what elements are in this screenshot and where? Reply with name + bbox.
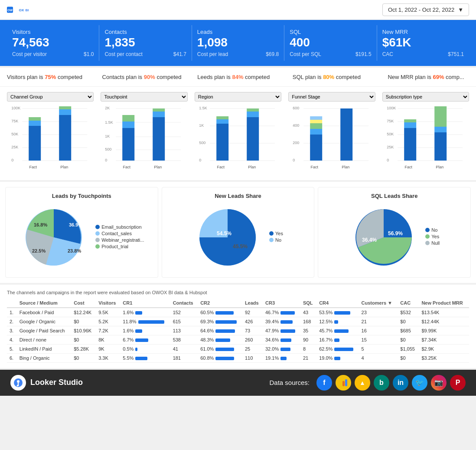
row-cr4: 12.5% — [316, 317, 359, 326]
row-contacts: 538 — [170, 335, 198, 344]
row-cr4: 45.7% — [316, 326, 359, 335]
svg-text:100K: 100K — [387, 106, 396, 110]
svg-text:36.9%: 36.9% — [69, 222, 82, 227]
legend-contact: Contact_sales — [101, 231, 132, 236]
table-row: 3. Google / Paid Search $10.96K 7.2K 1.6… — [7, 326, 469, 335]
table-note: The channels and campaigns in the report… — [7, 290, 469, 295]
linkedin-icon[interactable]: in — [393, 375, 408, 391]
svg-text:600: 600 — [293, 106, 299, 110]
kpi-contacts-label: Contacts — [104, 29, 186, 35]
cr4-bar — [334, 348, 353, 351]
date-range-text: Oct 1, 2022 - Oct 22, 2022 — [388, 7, 454, 13]
cr1-bar — [135, 329, 142, 333]
svg-rect-50 — [216, 116, 228, 119]
col-source: Source / Medium — [17, 299, 71, 308]
legend-sql-null: Null — [431, 240, 440, 246]
row-leads: 110 — [242, 353, 263, 362]
row-visitors: 8K — [96, 335, 120, 344]
looker-icon — [10, 375, 26, 391]
row-mrr: $13.54K — [419, 308, 469, 317]
svg-text:16.8%: 16.8% — [34, 222, 47, 227]
row-mrr: $3.25K — [419, 353, 469, 362]
row-cr4: 62.5% — [316, 344, 359, 353]
cr1-bar — [135, 338, 148, 342]
pie-new-leads: New Leads Share 54.5% 45.5% Yes No — [162, 187, 315, 278]
cr1-bar — [135, 348, 137, 351]
svg-rect-69 — [340, 108, 352, 161]
kpi-mrr: New MRR $61K CAC $751.1 — [377, 25, 469, 61]
svg-text:Plan: Plan — [60, 165, 68, 169]
row-cr2: 60.8% — [198, 353, 242, 362]
app-name: Looker Studio — [30, 378, 83, 387]
kpi-leads-value: 1,098 — [197, 36, 279, 49]
row-source: Direct / none — [17, 335, 71, 344]
svg-rect-51 — [247, 117, 259, 161]
row-cr2: 64.6% — [198, 326, 242, 335]
google-ads-icon[interactable]: ▲ — [355, 375, 370, 391]
row-cr4: 16.7% — [316, 335, 359, 344]
footer-social: Data sources: f ▲ b in 🐦 📷 P — [269, 375, 466, 391]
svg-text:BI: BI — [26, 8, 29, 12]
row-visitors: 5.2K — [96, 317, 120, 326]
row-cost: $12.24K — [71, 308, 96, 317]
col-cr3: CR3 — [263, 299, 300, 308]
svg-rect-83 — [404, 122, 416, 128]
svg-text:75K: 75K — [387, 119, 394, 123]
dropdown-arrow-icon: ▼ — [458, 7, 463, 13]
row-num: 2. — [7, 317, 17, 326]
svg-text:54.5%: 54.5% — [217, 230, 231, 236]
row-cr2: 69.3% — [198, 317, 242, 326]
row-cr2: 48.3% — [198, 335, 242, 344]
row-cr1: 0.5% — [120, 344, 170, 353]
col-cr1: CR1 — [120, 299, 170, 308]
pie-2-legend: Yes No — [269, 231, 283, 244]
date-range-picker[interactable]: Oct 1, 2022 - Oct 22, 2022 ▼ — [382, 3, 469, 16]
pie-1-legend: Email_subscription Contact_sales Webinar… — [95, 224, 144, 250]
svg-rect-106 — [342, 381, 345, 386]
twitter-icon[interactable]: 🐦 — [412, 375, 427, 391]
svg-text:23.8%: 23.8% — [68, 248, 81, 253]
col-customers: Customers ▼ — [359, 299, 398, 308]
svg-text:0: 0 — [11, 158, 13, 162]
svg-text:400: 400 — [293, 123, 299, 128]
chart-leads-dropdown[interactable]: Region — [195, 92, 281, 102]
row-leads: 426 — [242, 317, 263, 326]
bing-icon[interactable]: b — [374, 375, 389, 391]
facebook-icon[interactable]: f — [316, 375, 332, 391]
svg-rect-32 — [123, 128, 135, 161]
svg-text:1K: 1K — [199, 123, 204, 128]
chart-mrr-dropdown[interactable]: Subscription type — [382, 92, 469, 102]
svg-rect-18 — [59, 109, 71, 115]
svg-rect-14 — [29, 126, 41, 161]
pinterest-icon[interactable]: P — [450, 375, 466, 391]
chart-contacts-dropdown[interactable]: Touchpoint — [101, 92, 187, 102]
row-source: Bing / Organic — [17, 353, 71, 362]
row-customers: 15 — [359, 335, 398, 344]
chart-sql-dropdown[interactable]: Funnel Stage — [288, 92, 375, 102]
row-cr4: 53.5% — [316, 308, 359, 317]
row-customers: 16 — [359, 326, 398, 335]
row-cost: $0 — [71, 317, 96, 326]
svg-rect-48 — [216, 124, 228, 161]
row-contacts: 181 — [170, 353, 198, 362]
table-row: 5. LinkedIN / Paid $5.28K 9K 0.5% 41 61.… — [7, 344, 469, 353]
google-analytics-icon[interactable] — [336, 375, 351, 391]
row-contacts: 152 — [170, 308, 198, 317]
svg-rect-87 — [434, 106, 447, 127]
svg-rect-82 — [404, 128, 416, 161]
svg-text:56.9%: 56.9% — [388, 230, 403, 236]
col-cost: Cost — [71, 299, 96, 308]
plan-visitors: Visitors plan is 75% competed — [0, 71, 95, 83]
svg-rect-65 — [310, 129, 322, 135]
svg-rect-85 — [434, 132, 447, 161]
instagram-icon[interactable]: 📷 — [431, 375, 447, 391]
svg-rect-66 — [310, 123, 322, 129]
kpi-sql: SQL 400 Cost per SQL $191.5 — [284, 25, 377, 61]
row-cost: $10.96K — [71, 326, 96, 335]
cr2-bar — [215, 348, 234, 351]
legend-sql-no: No — [431, 227, 437, 233]
svg-text:500: 500 — [199, 141, 205, 145]
chart-visitors-dropdown[interactable]: Channel Group — [7, 92, 94, 102]
svg-rect-53 — [247, 108, 259, 112]
row-cac: $0 — [398, 335, 419, 344]
